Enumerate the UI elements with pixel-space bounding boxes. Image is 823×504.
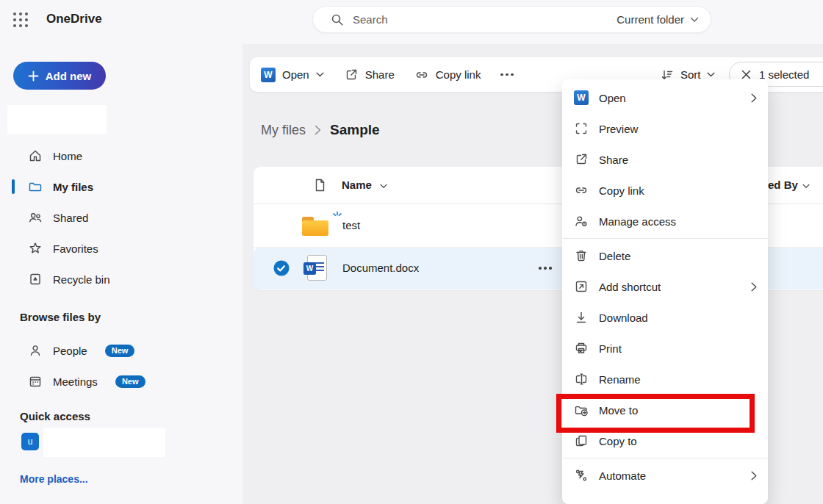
folder-icon <box>302 215 328 237</box>
preview-icon <box>574 121 589 136</box>
chevron-right-icon <box>751 93 757 103</box>
sidebar-item-favorites[interactable]: Favorites <box>0 233 242 264</box>
menu-item-delete[interactable]: Delete <box>562 240 768 271</box>
sidebar-item-recycle-bin[interactable]: Recycle bin <box>0 264 242 295</box>
flow-automate-icon <box>574 468 589 483</box>
copy-link-button[interactable]: Copy link <box>414 68 481 82</box>
file-name: Document.docx <box>342 262 419 274</box>
sidebar-item-home[interactable]: Home <box>0 140 242 171</box>
breadcrumb-parent[interactable]: My files <box>261 123 306 138</box>
menu-item-label: Delete <box>599 250 630 262</box>
share-label: Share <box>365 68 395 81</box>
shortcut-icon <box>574 279 589 294</box>
word-icon: W <box>574 90 589 105</box>
more-commands-button[interactable] <box>500 73 514 76</box>
column-header-modified-by-partial[interactable]: ed By <box>768 179 798 191</box>
menu-item-preview[interactable]: Preview <box>562 113 768 144</box>
menu-item-copy-link[interactable]: Copy link <box>562 175 768 206</box>
menu-item-label: Share <box>599 154 628 166</box>
word-icon: W <box>261 68 276 82</box>
sidebar-item-label: People <box>53 345 87 357</box>
chevron-down-icon <box>802 184 810 189</box>
sidebar-item-label: Favorites <box>53 242 98 255</box>
download-icon <box>574 310 589 325</box>
sidebar-item-label: Meetings <box>53 375 98 388</box>
share-icon <box>344 68 359 82</box>
menu-item-rename[interactable]: Rename <box>562 364 768 395</box>
search-icon <box>331 13 344 26</box>
blank-placeholder <box>43 428 165 457</box>
breadcrumb: My files Sample <box>261 122 380 138</box>
sidebar-item-my-files[interactable]: My files <box>0 171 242 202</box>
app-title: OneDrive <box>46 12 102 26</box>
folder-icon <box>28 179 43 194</box>
menu-item-label: Add shortcut <box>599 281 661 293</box>
selected-check-icon[interactable] <box>273 260 290 276</box>
home-icon <box>28 148 43 163</box>
browse-files-by-title: Browse files by <box>20 311 101 323</box>
menu-item-label: Rename <box>599 373 641 386</box>
file-name: test <box>342 219 360 231</box>
trash-icon <box>574 248 589 263</box>
sidebar-item-label: My files <box>53 181 93 193</box>
more-places-link[interactable]: More places... <box>20 473 88 485</box>
people-icon <box>28 210 43 225</box>
menu-item-label: Open <box>599 92 626 104</box>
column-name-label: Name <box>342 179 372 191</box>
blank-placeholder <box>7 105 107 134</box>
menu-item-label: Move to <box>599 404 638 417</box>
quick-access-library-icon[interactable]: u <box>21 433 39 450</box>
file-type-column-icon[interactable] <box>312 178 327 192</box>
app-launcher-waffle-icon[interactable] <box>12 11 29 29</box>
menu-item-print[interactable]: Print <box>562 333 768 364</box>
menu-item-copy-to[interactable]: Copy to <box>562 425 768 456</box>
add-new-button[interactable]: Add new <box>13 62 106 90</box>
menu-item-label: Print <box>599 342 622 355</box>
menu-item-open[interactable]: W Open <box>562 82 768 113</box>
breadcrumb-current: Sample <box>330 122 380 138</box>
word-document-icon: W <box>303 255 327 283</box>
menu-item-label: Preview <box>599 123 638 135</box>
sidebar-item-meetings[interactable]: Meetings New <box>0 366 242 397</box>
sidebar-item-label: Home <box>53 150 82 162</box>
menu-item-add-shortcut[interactable]: Add shortcut <box>562 271 768 302</box>
person-icon <box>28 343 43 358</box>
menu-item-label: Manage access <box>599 215 676 228</box>
menu-item-download[interactable]: Download <box>562 302 768 333</box>
quick-access-title: Quick access <box>20 410 90 422</box>
new-badge: New <box>105 345 135 357</box>
menu-item-label: Copy link <box>599 184 644 197</box>
menu-item-label: Download <box>599 312 648 324</box>
search-input[interactable]: Search Current folder <box>312 6 711 33</box>
context-menu: W Open Preview Share Copy link Manage ac… <box>562 79 768 504</box>
menu-item-automate[interactable]: Automate <box>562 460 768 491</box>
new-item-sparkle-icon <box>331 211 343 221</box>
sidebar-item-shared[interactable]: Shared <box>0 202 242 233</box>
menu-item-manage-access[interactable]: Manage access <box>562 206 768 237</box>
menu-divider <box>562 238 768 239</box>
menu-item-label: Copy to <box>599 435 637 447</box>
add-new-label: Add new <box>46 70 92 82</box>
search-scope-dropdown[interactable]: Current folder <box>617 13 699 26</box>
column-header-name[interactable]: Name <box>342 179 372 191</box>
open-button[interactable]: W Open <box>261 68 324 82</box>
folder-arrow-move-icon <box>574 403 589 417</box>
chevron-right-icon <box>751 282 757 292</box>
link-icon <box>574 183 589 198</box>
copy-link-label: Copy link <box>436 68 481 81</box>
open-label: Open <box>282 68 309 81</box>
link-icon <box>414 68 429 82</box>
calendar-icon <box>28 374 43 389</box>
share-button[interactable]: Share <box>344 68 395 82</box>
sidebar-item-label: Recycle bin <box>53 273 110 286</box>
copy-icon <box>574 433 589 448</box>
selection-count-label: 1 selected <box>759 68 809 81</box>
menu-item-share[interactable]: Share <box>562 144 768 175</box>
sidebar-nav: Home My files Shared Favorites Recycle b… <box>0 140 242 295</box>
menu-item-move-to[interactable]: Move to <box>562 395 768 425</box>
menu-divider <box>562 458 768 458</box>
sidebar-item-people[interactable]: People New <box>0 335 242 366</box>
row-more-actions-button[interactable] <box>539 267 552 270</box>
search-placeholder: Search <box>353 13 617 26</box>
plus-icon <box>28 71 39 82</box>
